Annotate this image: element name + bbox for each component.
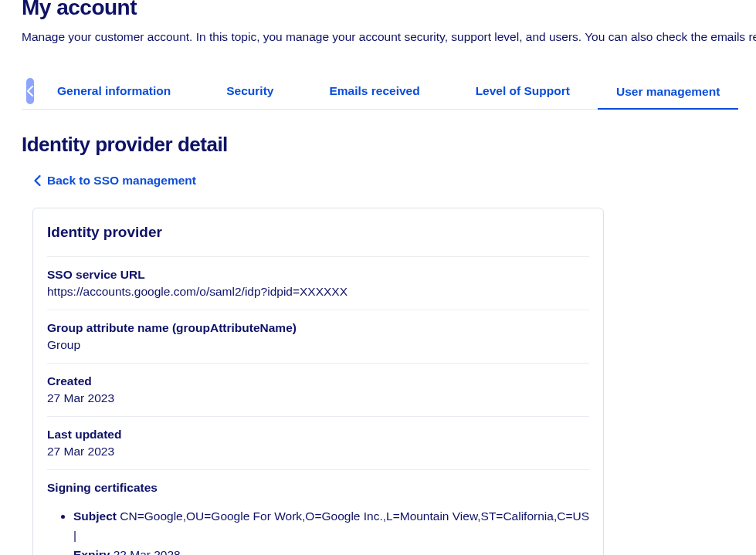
field-value: https://accounts.google.com/o/saml2/idp?… — [47, 285, 589, 299]
tabs-back-button[interactable] — [26, 78, 34, 104]
tab-user-management[interactable]: User management — [598, 74, 738, 110]
card-title: Identity provider — [33, 208, 603, 256]
cert-subject-value-text: CN=Google,OU=Google For Work,O=Google In… — [73, 509, 589, 542]
field-label: Created — [47, 374, 589, 388]
field-value: 27 Mar 2023 — [47, 445, 589, 459]
tab-level-of-support[interactable]: Level of Support — [448, 73, 598, 109]
tab-security[interactable]: Security — [198, 73, 301, 109]
tab-emails-received[interactable]: Emails received — [301, 73, 447, 109]
back-to-sso-link[interactable]: Back to SSO management — [34, 174, 196, 188]
section-title: Identity provider detail — [22, 133, 734, 157]
field-signing-certificates: Signing certificates Subject CN=Google,O… — [47, 469, 589, 555]
field-last-updated: Last updated 27 Mar 2023 — [47, 416, 589, 469]
chevron-left-icon — [26, 86, 34, 96]
tab-general-information[interactable]: General information — [57, 73, 198, 109]
cert-list: Subject CN=Google,OU=Google For Work,O=G… — [47, 507, 589, 555]
field-label: SSO service URL — [47, 268, 589, 282]
field-group-attribute: Group attribute name (groupAttributeName… — [47, 310, 589, 363]
identity-provider-card: Identity provider SSO service URL https:… — [32, 208, 604, 555]
tabs-row: General information Security Emails rece… — [22, 73, 734, 110]
field-label: Last updated — [47, 428, 589, 442]
cert-expiry-label: Expiry — [73, 548, 110, 555]
field-value: Group — [47, 338, 589, 352]
field-value: 27 Mar 2023 — [47, 391, 589, 405]
chevron-left-icon — [34, 175, 41, 186]
page-description: Manage your customer account. In this to… — [22, 28, 734, 46]
field-created: Created 27 Mar 2023 — [47, 363, 589, 416]
cert-subject-label: Subject — [73, 509, 117, 523]
cert-item: Subject CN=Google,OU=Google For Work,O=G… — [73, 507, 589, 555]
back-link-label: Back to SSO management — [47, 174, 196, 188]
field-label: Group attribute name (groupAttributeName… — [47, 321, 589, 335]
field-label: Signing certificates — [47, 481, 589, 495]
cert-expiry-value: 22 Mar 2028 — [114, 548, 181, 555]
page-title: My account — [22, 0, 734, 20]
field-sso-url: SSO service URL https://accounts.google.… — [47, 256, 589, 310]
